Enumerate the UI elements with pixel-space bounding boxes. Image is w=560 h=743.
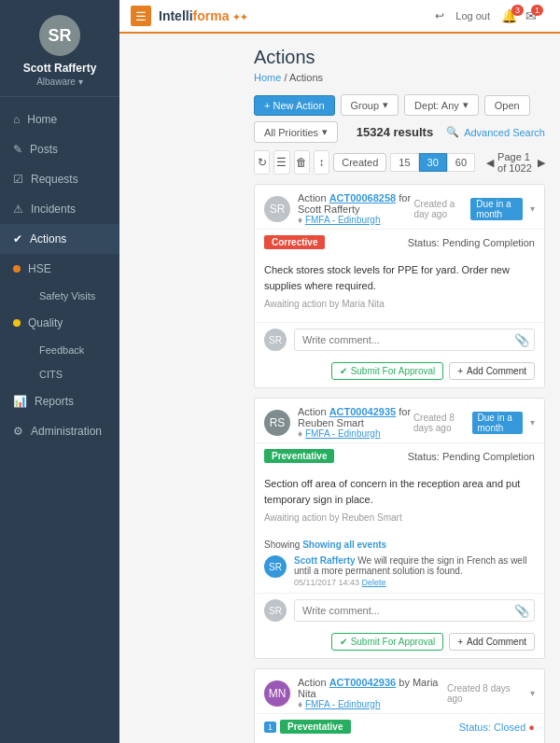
next-page-button[interactable]: ▶ [538, 157, 545, 169]
sort-button[interactable]: ↕ [314, 150, 329, 175]
new-action-button[interactable]: + New Action [254, 95, 335, 116]
brand-logo: Intelliforma ✦✦ [159, 8, 247, 23]
sidebar: SR Scott Rafferty Albaware ▾ ⌂ Home ✎ Po… [0, 0, 119, 743]
topnav-right: ↩ Log out 🔔 3 ✉ 1 [435, 8, 549, 23]
sidebar-item-requests[interactable]: ☑ Requests [0, 164, 119, 194]
due-badge-2: Due in a month [472, 412, 523, 434]
page-size-30[interactable]: 30 [419, 153, 447, 172]
logout-icon: ↩ [435, 9, 444, 22]
action-id-1[interactable]: ACT00068258 [329, 192, 397, 203]
tag-preventative-3: Preventative [280, 720, 350, 734]
tag-num-3: 1 [264, 722, 276, 733]
action-id-3[interactable]: ACT00042936 [329, 677, 397, 688]
sidebar-item-reports[interactable]: 📊 Reports [0, 386, 119, 416]
action-comment-area-1: SR 📎 [255, 322, 544, 357]
delete-button[interactable]: 🗑 [294, 150, 310, 175]
advanced-search-button[interactable]: 🔍 Advanced Search [446, 126, 545, 138]
event-date: 05/11/2017 14:43 [294, 578, 359, 587]
expand-icon-2[interactable]: ▾ [530, 417, 535, 428]
action-location-1: ♦ FMFA - Edinburgh [298, 215, 413, 225]
sidebar-item-hse[interactable]: HSE [0, 254, 119, 284]
actions-toolbar: + New Action Group ▾ Dept: Any ▾ Open Al… [254, 94, 545, 143]
msg-count: 1 [531, 5, 543, 16]
results-count: 15324 results [357, 125, 433, 139]
hamburger-icon: ☰ [135, 9, 147, 23]
dept-filter[interactable]: Dept: Any ▾ [404, 94, 479, 116]
action-ref-3: Action ACT00042936 by Maria Nita [298, 677, 447, 699]
sidebar-nav: ⌂ Home ✎ Posts ☑ Requests ⚠ Incidents ✔ … [0, 97, 119, 743]
sidebar-item-administration[interactable]: ⚙ Administration [0, 416, 119, 446]
chevron-down-icon: ▾ [463, 99, 469, 111]
attach-icon-2[interactable]: 📎 [514, 604, 529, 618]
page-text: Page 1 of 1022 [497, 151, 534, 174]
sidebar-item-quality[interactable]: Quality [0, 308, 119, 338]
plus-icon: + [457, 637, 463, 647]
sidebar-item-label: Reports [35, 395, 74, 408]
group-button[interactable]: Group ▾ [341, 94, 399, 116]
action-card-2: RS Action ACT00042935 for Reuben Smart ♦… [254, 398, 545, 659]
sidebar-item-home[interactable]: ⌂ Home [0, 105, 119, 134]
prev-page-button[interactable]: ◀ [486, 157, 494, 169]
top-nav: ☰ Intelliforma ✦✦ ↩ Log out 🔔 3 ✉ 1 [119, 0, 560, 34]
avatar-2: RS [264, 410, 290, 436]
chevron-down-icon: ▾ [322, 126, 328, 138]
sidebar-item-actions[interactable]: ✔ Actions [0, 224, 119, 254]
reports-icon: 📊 [13, 395, 27, 408]
comment-input-2[interactable] [294, 599, 535, 622]
refresh-button[interactable]: ↻ [254, 150, 270, 175]
sidebar-item-incidents[interactable]: ⚠ Incidents [0, 194, 119, 224]
attach-icon-1[interactable]: 📎 [514, 333, 529, 347]
action-card-header-1: SR Action ACT00068258 for Scott Rafferty… [255, 185, 544, 230]
priority-filter[interactable]: All Priorities ▾ [254, 121, 338, 143]
sidebar-item-cits[interactable]: CITS [26, 362, 119, 386]
add-comment-1[interactable]: + Add Comment [449, 362, 535, 380]
notif-count: 3 [511, 5, 524, 16]
sidebar-item-feedback[interactable]: Feedback [26, 338, 119, 362]
open-filter[interactable]: Open [484, 95, 530, 116]
event-delete-link[interactable]: Delete [362, 578, 386, 587]
comment-avatar-2: SR [264, 599, 287, 622]
created-sort[interactable]: Created [333, 153, 386, 172]
action-created-1: Created a day ago [413, 199, 463, 219]
submit-approval-2[interactable]: ✔ Submit For Approval [331, 633, 444, 651]
action-tags-3: 1 Preventative Status: Closed ● [255, 714, 544, 739]
breadcrumb-home[interactable]: Home [254, 72, 281, 83]
sub-toolbar: ↻ ☰ 🗑 ↕ Created 15 30 60 ◀ Page 1 of 102… [254, 150, 545, 175]
sidebar-item-safety-visits[interactable]: Safety Visits [26, 284, 119, 308]
action-footer-2: ✔ Submit For Approval + Add Comment [255, 627, 544, 658]
expand-icon-3[interactable]: ▾ [530, 688, 535, 698]
tag-preventative-2: Preventative [264, 449, 334, 463]
submit-approval-1[interactable]: ✔ Submit For Approval [331, 362, 444, 380]
page-size-60[interactable]: 60 [447, 153, 475, 172]
breadcrumb: Home / Actions [254, 72, 545, 83]
status-1: Status: Pending Completion [408, 237, 535, 248]
search-icon: 🔍 [446, 126, 459, 138]
sidebar-item-label: CITS [39, 369, 63, 380]
menu-button[interactable]: ☰ [131, 6, 151, 26]
user-name: Scott Rafferty [23, 62, 97, 75]
action-tags-1: Corrective Status: Pending Completion [255, 230, 544, 255]
action-footer-1: ✔ Submit For Approval + Add Comment [255, 357, 544, 387]
action-body-3: Sent all similar vehicles to the worksho… [255, 739, 544, 743]
logout-link[interactable]: Log out [455, 10, 490, 21]
gear-icon: ⚙ [13, 425, 23, 438]
sidebar-item-posts[interactable]: ✎ Posts [0, 134, 119, 164]
comment-input-1[interactable] [294, 329, 535, 351]
page-size-controls: 15 30 60 [390, 153, 475, 172]
sidebar-item-label: Actions [30, 232, 66, 245]
status-closed-icon: ● [528, 722, 535, 733]
topnav-left: ☰ Intelliforma ✦✦ [131, 6, 247, 26]
hse-dot [13, 265, 21, 273]
action-id-2[interactable]: ACT00042935 [329, 406, 397, 417]
notifications-area: 🔔 3 ✉ 1 [501, 8, 549, 23]
action-card-3: MN Action ACT00042936 by Maria Nita ♦ FM… [254, 668, 545, 743]
avatar: SR [39, 15, 80, 56]
action-tags-2: Preventative Status: Pending Completion [255, 443, 544, 469]
add-comment-2[interactable]: + Add Comment [449, 633, 535, 651]
avatar-3: MN [264, 680, 290, 707]
user-org[interactable]: Albaware ▾ [36, 77, 83, 87]
list-view-button[interactable]: ☰ [273, 150, 289, 175]
page-size-15[interactable]: 15 [390, 153, 418, 172]
breadcrumb-current: Actions [289, 72, 323, 83]
expand-icon-1[interactable]: ▾ [530, 203, 535, 214]
